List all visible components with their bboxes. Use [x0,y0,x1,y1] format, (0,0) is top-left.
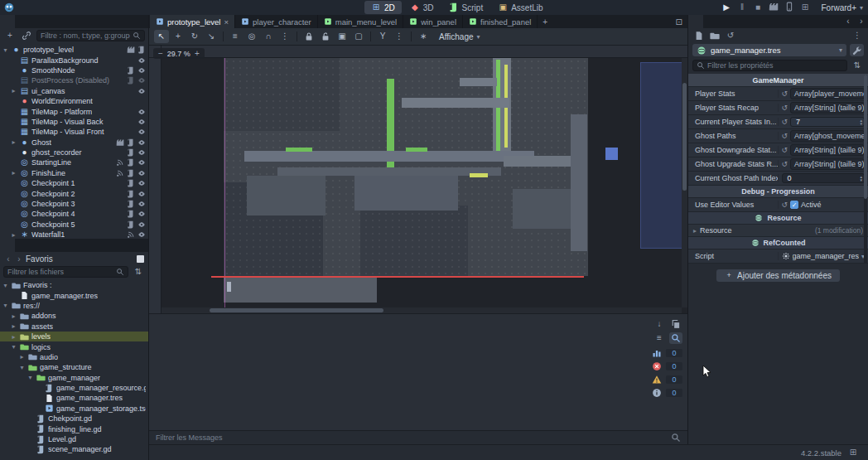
file-tree-row[interactable]: scene_manager.gd [0,444,148,454]
script-icon[interactable] [127,76,135,85]
revert-icon[interactable]: ↺ [782,104,788,112]
run-button[interactable] [784,2,794,13]
eye-icon[interactable] [137,179,146,187]
inspector-scrollbar[interactable] [864,75,867,264]
viewport-tool-button[interactable]: ⋮ [277,30,292,43]
eye-icon[interactable] [137,87,146,95]
expand-arrow-icon[interactable]: ▸ [18,353,26,361]
inspector-tool-button[interactable]: ↺ [724,30,737,41]
scene-tree-row[interactable]: ▦ TileMap - Platform [0,106,148,116]
inspector-tool-button[interactable] [692,30,706,41]
panel-tab[interactable] [15,15,30,28]
scene-tree-row[interactable]: ▸ ● Ghost [0,138,148,148]
add-node-button[interactable]: + [3,30,17,41]
instance-scene-button[interactable] [20,30,33,41]
panel-tab[interactable] [688,15,703,28]
viewport-tool-button[interactable]: ∗ [416,30,431,43]
context-switch-button[interactable]: ⊞2D [364,1,402,14]
eye-icon[interactable] [137,230,146,239]
vertical-scrollbar[interactable] [682,58,687,307]
scrollbar-thumb[interactable] [682,83,687,191]
filter-options-button[interactable]: ⇅ [851,60,864,71]
property-value[interactable]: ↺7▴▾ [779,117,868,127]
viewport-tool-button[interactable] [297,31,297,41]
resource-options-button[interactable] [850,44,864,56]
revert-icon[interactable]: ↺ [782,146,788,154]
history-forward-icon[interactable]: › [855,15,868,27]
file-tree-row[interactable]: game_manager_resource.gd [0,383,148,393]
expand-arrow-icon[interactable]: ▾ [18,364,26,371]
forward-icon[interactable]: › [15,254,23,264]
expand-arrow-icon[interactable]: ▸ [10,87,17,94]
add-metadata-button[interactable]: + Ajouter des métadonnées [716,269,840,282]
zoom-level[interactable]: 29.7 % [167,50,190,58]
script-value[interactable]: game_manager_res... [793,252,859,260]
chevron-down-icon[interactable]: ▾ [839,46,842,54]
eye-icon[interactable] [137,190,146,198]
expand-arrow-icon[interactable]: ▾ [2,46,9,54]
scene-filter[interactable] [36,30,145,41]
scene-tab[interactable]: main_menu_level × [318,15,403,28]
file-tree-row[interactable]: game_manager.tres [0,290,148,300]
script-icon[interactable] [127,148,135,157]
expand-arrow-icon[interactable]: ▸ [10,169,17,177]
script-icon[interactable] [127,200,135,208]
file-tree-row[interactable]: game_manager.tres [0,393,148,403]
eye-icon[interactable] [137,220,146,229]
expand-arrow-icon[interactable]: ▸ [10,138,17,146]
inspector-tool-button[interactable] [708,30,721,41]
array-value[interactable]: Array[ghost_movements_p [790,130,865,142]
eye-icon[interactable] [137,169,146,177]
eye-icon[interactable] [137,138,146,147]
script-icon[interactable] [127,169,135,177]
output-toggle-button[interactable]: ≡ [653,332,666,344]
file-tree-row[interactable]: finishing_line.gd [0,424,148,433]
viewport-tool-button[interactable] [370,31,371,41]
viewport-tool-button[interactable]: ↖ [154,30,169,43]
signal-icon[interactable] [116,169,124,177]
script-icon[interactable] [127,179,135,187]
file-tree-row[interactable]: ▾ Favoris : [0,280,148,290]
menu-item[interactable] [61,6,73,9]
menu-item[interactable] [27,6,38,9]
scene-tree-row[interactable]: ▤ ParallaxBackground [0,55,148,65]
signal-icon[interactable] [116,158,124,167]
scene-tab[interactable]: win_panel × [403,15,463,28]
message-filter-input[interactable] [156,433,666,442]
file-tree-row[interactable]: ▸ assets [0,322,148,332]
expand-arrow-icon[interactable]: ▸ [10,333,17,341]
movie-icon[interactable] [127,46,135,54]
scene-tree-row[interactable]: ● SmoothNode [0,65,148,75]
expand-arrow-icon[interactable]: ▸ [10,312,17,320]
run-button[interactable]: ■ [753,2,763,12]
revert-icon[interactable]: ↺ [782,90,788,98]
viewport-tool-button[interactable]: ∩ [261,30,276,43]
renderer-select[interactable]: Forward+ ▾ [821,1,863,14]
eye-icon[interactable] [137,210,146,218]
run-button[interactable]: ⊞ [800,2,810,12]
number-field[interactable]: 0▴▾ [782,173,866,183]
file-tree-row[interactable]: ▾ res:// [0,301,148,311]
zoom-out-button[interactable]: − [158,49,163,58]
expand-viewport-icon[interactable]: ⊡ [671,15,687,28]
scene-tree-row[interactable]: ▾ ● prototype_level [0,45,148,55]
script-icon[interactable] [127,190,135,198]
eye-icon[interactable] [137,66,146,75]
file-tree-row[interactable]: ▸ audio [0,352,148,362]
context-switch-button[interactable]: ▣AssetLib [491,1,549,14]
viewport-tool-button[interactable]: Y [375,30,390,43]
property-value[interactable]: 0▴▾ [779,173,868,183]
output-toggle-button[interactable] [669,332,682,344]
property-value[interactable]: ↺✓Activé [779,201,868,209]
file-tree-row[interactable]: ▸ levels [0,332,148,341]
scene-tree-row[interactable]: ▤ PostProcess (Disabled) [0,75,148,85]
menu-item[interactable] [50,6,61,9]
run-button[interactable] [769,2,779,13]
file-tree-row[interactable]: ▾ logics [0,341,148,351]
array-value[interactable]: Array[String] (taille 9) [790,144,865,156]
scene-tree-row[interactable]: ◎ Checkpoint 1 [0,178,148,188]
viewport-tool-button[interactable] [301,30,316,43]
property-value[interactable]: ↺Array[player_movements_s [779,88,868,99]
scene-tree-row[interactable]: ◎ Checkpoint 5 [0,220,148,230]
scene-tree-row[interactable]: ◎ Checkpoint 3 [0,199,148,209]
